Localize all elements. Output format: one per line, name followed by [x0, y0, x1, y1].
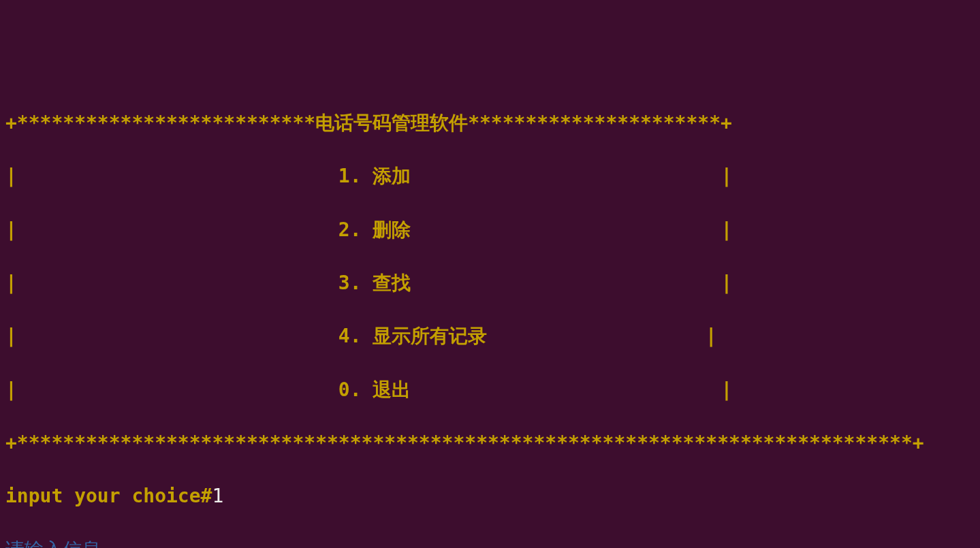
- input-prompt-value[interactable]: 1: [212, 485, 223, 507]
- menu-item-search: | 3. 查找 |: [5, 270, 975, 296]
- input-prompt-label: input your choice#: [5, 485, 212, 507]
- menu-item-show-all: | 4. 显示所有记录 |: [5, 323, 975, 349]
- info-header: 请输入信息: [5, 536, 975, 548]
- menu-item-delete: | 2. 删除 |: [5, 216, 975, 243]
- header-top-border: +**************************电话号码管理软件*****…: [5, 110, 975, 136]
- header-bottom-border: +***************************************…: [5, 430, 975, 456]
- menu-item-add: | 1. 添加 |: [5, 163, 975, 189]
- menu-item-exit: | 0. 退出 |: [5, 376, 975, 403]
